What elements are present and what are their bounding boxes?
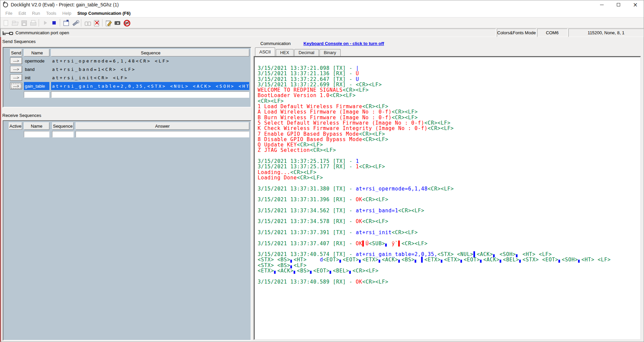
status-message: Commmunication port open	[15, 30, 69, 35]
terminal-line: 3/15/2021 13:37:22.699 [RX] - <CR><LF>	[258, 82, 640, 87]
new-sequence-value-cell[interactable]	[51, 91, 249, 98]
minimize-icon	[600, 5, 604, 5]
close-icon: ×	[633, 3, 638, 6]
close-button[interactable]: ×	[627, 0, 644, 9]
status-mode-cell[interactable]: Colors&Fonts Mode	[497, 29, 536, 37]
status-com-port-cell[interactable]: COM6	[537, 29, 567, 37]
options-wrench-button[interactable]	[71, 18, 80, 27]
new-file-icon	[2, 19, 9, 27]
print-icon	[29, 19, 37, 27]
tab-hex[interactable]: HEX	[276, 49, 294, 56]
send-sequences-table: Send Name Sequence --->opermodeat+rsi_op…	[3, 47, 251, 108]
window-controls: ×	[593, 0, 644, 9]
communication-terminal[interactable]: 3/15/2021 13:37:21.098 [TX] - |3/15/2021…	[254, 56, 641, 340]
toolbar-separator	[102, 19, 102, 27]
menu-item-help[interactable]: Help	[59, 10, 75, 17]
column-header-name: Name	[24, 49, 49, 56]
send-sequences-header: Send Name Sequence	[3, 49, 251, 56]
toolbar	[0, 17, 644, 28]
send-button-opermode[interactable]: --->	[10, 57, 22, 64]
status-message-cell: Commmunication port open	[0, 29, 496, 37]
menu-item-edit[interactable]: Edit	[15, 10, 29, 17]
sequence-value-cell[interactable]: at+rsi_gain_table=2,0,35,<STX> <NUL> <AC…	[51, 82, 249, 90]
terminal-line: A Load Wireless Firmware (Image No : 0-f…	[258, 109, 640, 115]
terminal-line: 3/15/2021 13:37:31.380 [TX] - at+rsi_ope…	[258, 186, 640, 191]
terminal-log: 3/15/2021 13:37:21.098 [TX] - |3/15/2021…	[254, 57, 640, 285]
sequence-value-cell[interactable]: at+rsi_opermode=6,1,48<CR> <LF>	[51, 57, 249, 65]
tab-ascii[interactable]: ASCII	[255, 47, 275, 56]
menu-bar: FileEditRunToolsHelpStop Communication (…	[0, 9, 644, 17]
play-icon	[41, 19, 49, 27]
toolbar-separator	[60, 19, 60, 27]
menu-item-tools[interactable]: Tools	[43, 10, 59, 17]
clear-button[interactable]	[92, 18, 101, 27]
receive-sequence-empty-row	[3, 130, 251, 138]
status-port-settings-cell[interactable]: 115200, None, 8, 1	[568, 29, 644, 37]
title-bar: Docklight V2.0 (Eval) - Project: gain_ta…	[0, 0, 644, 9]
clear-icon	[93, 19, 100, 27]
sequence-value-cell[interactable]: at+rsi_init<CR> <LF>	[51, 74, 249, 82]
terminal-line: WELCOME TO REDPINE SIGNALS<CR><LF>	[258, 87, 640, 93]
terminal-line	[258, 235, 640, 241]
terminal-line: Loading Done<CR><LF>	[258, 175, 640, 180]
terminal-line: <STX> <BS>▖<LF>	[258, 263, 640, 268]
menu-item-run[interactable]: Run	[29, 10, 43, 17]
new-sequence-name-cell[interactable]	[24, 91, 49, 98]
app-window: Docklight V2.0 (Eval) - Project: gain_ta…	[0, 0, 644, 342]
snapshot-icon	[114, 19, 121, 27]
snapshot-button[interactable]	[113, 18, 122, 27]
terminal-line: <CR><LF>	[258, 98, 640, 104]
tab-decimal[interactable]: Decimal	[294, 49, 319, 56]
new-receive-answer-cell[interactable]	[76, 131, 249, 137]
send-button-init[interactable]: --->	[10, 74, 22, 81]
project-settings-button[interactable]	[61, 18, 71, 27]
terminal-line: 3/15/2021 13:37:21.098 [TX] - |	[258, 66, 640, 71]
terminal-line: 5 Select Default Wireless Firmware (Imag…	[258, 120, 640, 126]
terminal-line: BootLoader Version 1.0<CR><LF>	[258, 93, 640, 98]
menu-item-stop-communication-f6[interactable]: Stop Communication (F6)	[74, 10, 133, 17]
sequence-name-cell[interactable]: init	[24, 74, 49, 82]
terminal-line: Loading...<CR><LF>	[258, 170, 640, 175]
maximize-icon	[617, 3, 620, 6]
print-button[interactable]	[28, 18, 37, 27]
terminal-line: 1 Load Default Wireless Firmware<CR><LF>	[258, 104, 640, 109]
new-receive-name-cell[interactable]	[24, 131, 49, 137]
stop-button[interactable]	[49, 18, 58, 27]
send-sequence-row-opermode: --->opermodeat+rsi_opermode=6,1,48<CR> <…	[3, 57, 251, 65]
new-file-button[interactable]	[1, 18, 10, 27]
terminal-line: 3/15/2021 13:37:25.177 [RX] - 1<CR><LF>	[258, 164, 640, 169]
sequences-panel: Send Sequences Send Name Sequence --->op…	[1, 37, 253, 342]
find-icon	[84, 19, 91, 27]
stop-icon	[50, 19, 58, 27]
sequence-name-cell[interactable]: opermode	[24, 57, 49, 65]
terminal-line: 8 Disable GPIO Based Bypass Mode<CR><LF>	[258, 137, 640, 142]
menu-item-file[interactable]: File	[2, 10, 15, 17]
stop-communication-button[interactable]	[122, 18, 131, 27]
save-icon	[20, 19, 28, 27]
find-button[interactable]	[83, 18, 92, 27]
open-file-button[interactable]	[10, 18, 19, 27]
terminal-line: <STX> <BS>▖<HT> d<EOT>▖<EOT>▖<ETX>▖<ACK>…	[258, 257, 640, 262]
maximize-button[interactable]	[610, 0, 627, 9]
minimize-button[interactable]	[593, 0, 610, 9]
terminal-line: 3/15/2021 13:37:31.396 [RX] - OK<CR><LF>	[258, 197, 640, 202]
sequence-name-cell[interactable]: band	[24, 65, 49, 73]
save-button[interactable]	[19, 18, 28, 27]
play-button[interactable]	[40, 18, 49, 27]
tab-binary[interactable]: Binary	[319, 49, 341, 56]
send-button-band[interactable]: --->	[10, 66, 22, 73]
terminal-line	[258, 273, 640, 279]
terminal-line	[258, 153, 640, 159]
communication-panel: Communication Keyboard Console on - clic…	[253, 37, 644, 342]
sequence-name-cell[interactable]: gain_table	[24, 82, 49, 90]
new-receive-sequence-cell[interactable]	[52, 131, 74, 137]
edit-notes-button[interactable]	[104, 18, 113, 27]
column-header-sequence: Sequence	[51, 49, 249, 56]
receive-sequences-table: Active Name Sequence Answer	[3, 120, 251, 341]
keyboard-console-link[interactable]: Keyboard Console on - click to turn off	[303, 41, 384, 46]
terminal-line: <ETX>▖<ACK>▖<BS>▖<EOT>▖<BEL>▖<CR><LF>	[258, 268, 640, 273]
send-button-gain_table[interactable]: --->	[10, 83, 22, 89]
sequence-value-cell[interactable]: at+rsi_band=1<CR> <LF>	[51, 65, 249, 73]
send-sequences-label: Send Sequences	[2, 39, 36, 44]
column-header-send: Send	[10, 49, 22, 56]
